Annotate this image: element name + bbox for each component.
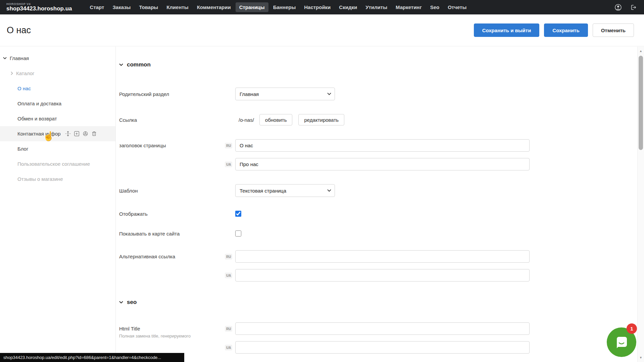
top-navbar: HOROSHOP V4 shop34423.horoshop.ua Старт … — [0, 0, 644, 14]
tree-item-actions — [65, 131, 97, 137]
tree-item-label: Каталог — [16, 70, 35, 76]
page-header: О нас Сохранить и выйти Сохранить Отмени… — [0, 14, 644, 46]
menu-products[interactable]: Товары — [135, 2, 162, 12]
alt-link-ua-input[interactable] — [235, 269, 530, 281]
menu-clients[interactable]: Клиенты — [163, 2, 192, 12]
html-title-ru-input[interactable] — [235, 322, 530, 335]
link-path: /o-nas/ — [239, 117, 254, 123]
logout-icon[interactable] — [630, 4, 637, 11]
page-edit-form: common Родительский раздел Главная Ссылк… — [116, 47, 644, 362]
page-title-row: заголовок страницы RU UA — [119, 139, 644, 170]
menu-settings[interactable]: Настройки — [300, 2, 334, 12]
link-preview-statusbar: shop34423.horoshop.ua/edit/edit.php?id=6… — [0, 353, 184, 362]
edit-link-button[interactable]: редактировать — [298, 114, 344, 125]
tree-item-otzyvy[interactable]: Отзывы о магазине — [0, 171, 115, 187]
field-label: Родительский раздел — [119, 91, 235, 97]
menu-banners[interactable]: Баннеры — [269, 2, 300, 12]
field-label: Html Title — [119, 326, 140, 331]
lang-inputs: RU UA — [235, 250, 530, 281]
menu-seo[interactable]: Seo — [427, 2, 443, 12]
save-button[interactable]: Сохранить — [544, 23, 588, 37]
field-label-block: Html Title Полная замена title, генериру… — [119, 322, 235, 339]
parent-section-select[interactable]: Главная — [235, 88, 335, 100]
tree-item-blog[interactable]: Блог — [0, 141, 115, 156]
display-row: Отображать — [119, 211, 644, 217]
account-icon[interactable] — [614, 4, 622, 11]
page-title: О нас — [7, 25, 31, 36]
menu-start[interactable]: Старт — [86, 2, 108, 12]
chevron-down-icon[interactable] — [3, 57, 7, 59]
page-title-ru-input[interactable] — [235, 139, 530, 152]
menu-utilities[interactable]: Утилиты — [362, 2, 391, 12]
vertical-scrollbar[interactable]: ▲ ▼ — [637, 47, 644, 362]
tree-item-label: Пользовательское соглашение — [17, 161, 90, 167]
menu-reports[interactable]: Отчеты — [444, 2, 470, 12]
field-label: Отображать — [119, 211, 235, 217]
section-title: common — [127, 61, 151, 68]
chevron-right-icon[interactable] — [11, 71, 13, 75]
section-title: seo — [127, 299, 137, 306]
save-and-exit-button[interactable]: Сохранить и выйти — [474, 23, 540, 37]
tree-item-glavnaya[interactable]: Главная — [0, 51, 115, 66]
scrollbar-thumb[interactable] — [639, 56, 643, 150]
sitemap-checkbox[interactable] — [235, 230, 241, 237]
brand-domain: shop34423.horoshop.ua — [6, 6, 72, 12]
brand-logo[interactable]: HOROSHOP V4 shop34423.horoshop.ua — [6, 2, 72, 12]
tree-item-oplata[interactable]: Оплата и доставка — [0, 96, 115, 111]
section-common[interactable]: common — [119, 61, 644, 68]
scroll-up-arrow[interactable]: ▲ — [638, 49, 644, 53]
move-icon[interactable] — [65, 131, 71, 137]
delete-trash-icon[interactable] — [91, 131, 97, 137]
settings-gear-icon[interactable] — [83, 131, 88, 137]
tree-item-katalog[interactable]: Каталог — [0, 66, 115, 81]
field-label: Шаблон — [119, 188, 235, 194]
template-select[interactable]: Текстовая страница — [235, 184, 335, 197]
tree-item-label: О нас — [17, 86, 31, 91]
tree-item-label: Оплата и доставка — [17, 101, 61, 106]
menu-discounts[interactable]: Скидки — [335, 2, 361, 12]
pages-tree-sidebar: Главная Каталог О нас Оплата и доставка … — [0, 47, 116, 362]
chevron-down-icon — [119, 301, 123, 304]
sitemap-row: Показывать в карте сайта — [119, 230, 644, 237]
alt-link-row: Альтернативная ссылка RU UA — [119, 250, 644, 281]
menu-orders[interactable]: Заказы — [109, 2, 134, 12]
html-title-row: Html Title Полная замена title, генериру… — [119, 322, 644, 354]
cancel-button[interactable]: Отменить — [593, 23, 634, 37]
header-actions: Сохранить и выйти Сохранить Отменить — [474, 23, 634, 37]
main-menu: Старт Заказы Товары Клиенты Комментарии … — [86, 2, 614, 12]
field-label: Показывать в карте сайта — [119, 231, 235, 237]
lang-badge-ua: UA — [225, 161, 232, 167]
field-label: Альтернативная ссылка — [119, 250, 235, 259]
menu-marketing[interactable]: Маркетинг — [392, 2, 426, 12]
alt-link-ru-input[interactable] — [235, 250, 530, 263]
tree-item-polzovatelskoe[interactable]: Пользовательское соглашение — [0, 156, 115, 171]
field-label: Ссылка — [119, 117, 235, 123]
tree-item-obmen[interactable]: Обмен и возврат — [0, 111, 115, 126]
page-title-ua-input[interactable] — [235, 158, 530, 170]
tree-item-kontaktnaya[interactable]: Контактная инфор — [0, 126, 115, 141]
menu-comments[interactable]: Комментарии — [193, 2, 235, 12]
lang-inputs: RU UA — [235, 139, 530, 170]
display-checkbox[interactable] — [235, 211, 241, 217]
lang-badge-ru: RU — [225, 143, 232, 148]
content: Главная Каталог О нас Оплата и доставка … — [0, 47, 644, 362]
tree-item-o-nas[interactable]: О нас — [0, 81, 115, 96]
lang-badge-ua: UA — [225, 272, 232, 278]
template-select-wrap: Текстовая страница — [235, 184, 335, 197]
tree-item-label: Главная — [10, 55, 29, 61]
parent-section-row: Родительский раздел Главная — [119, 88, 644, 100]
lang-badge-ru: RU — [225, 254, 232, 259]
template-row: Шаблон Текстовая страница — [119, 184, 644, 197]
chevron-down-icon — [119, 63, 123, 66]
scroll-down-arrow[interactable]: ▼ — [638, 356, 644, 359]
html-title-ua-input[interactable] — [235, 341, 530, 354]
link-row: Ссылка /o-nas/ обновить редактировать — [119, 114, 644, 125]
tree-item-label: Блог — [17, 146, 28, 152]
chat-bubble-icon — [614, 335, 629, 350]
lang-badge-ru: RU — [225, 326, 232, 331]
lang-badge-ua: UA — [225, 345, 232, 350]
add-page-icon[interactable] — [74, 131, 80, 137]
refresh-link-button[interactable]: обновить — [259, 114, 293, 125]
menu-pages[interactable]: Страницы — [236, 2, 268, 12]
section-seo[interactable]: seo — [119, 299, 644, 306]
